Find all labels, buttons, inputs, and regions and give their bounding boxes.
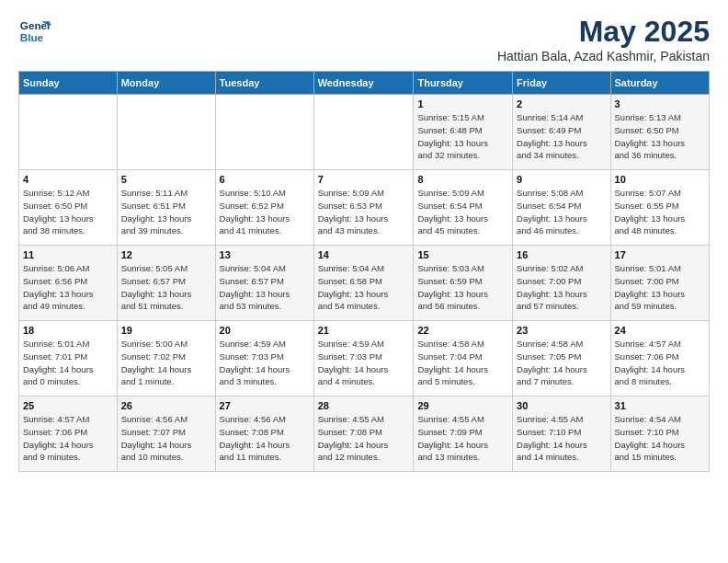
day-number: 22 xyxy=(417,325,508,336)
header-monday: Monday xyxy=(117,72,215,95)
cell-week4-day1: 19Sunrise: 5:00 AM Sunset: 7:02 PM Dayli… xyxy=(117,321,215,396)
cell-week4-day6: 24Sunrise: 4:57 AM Sunset: 7:06 PM Dayli… xyxy=(610,321,709,396)
day-info: Sunrise: 5:14 AM Sunset: 6:49 PM Dayligh… xyxy=(517,111,606,162)
day-number: 15 xyxy=(417,249,508,260)
cell-week3-day2: 13Sunrise: 5:04 AM Sunset: 6:57 PM Dayli… xyxy=(215,246,313,321)
day-number: 30 xyxy=(517,400,606,411)
cell-week1-day6: 3Sunrise: 5:13 AM Sunset: 6:50 PM Daylig… xyxy=(610,95,709,170)
day-number: 10 xyxy=(615,174,705,185)
cell-week1-day4: 1Sunrise: 5:15 AM Sunset: 6:48 PM Daylig… xyxy=(414,95,513,170)
cell-week2-day4: 8Sunrise: 5:09 AM Sunset: 6:54 PM Daylig… xyxy=(414,170,513,246)
day-number: 29 xyxy=(417,400,508,411)
day-number: 27 xyxy=(220,400,310,411)
day-number: 24 xyxy=(615,325,705,336)
day-info: Sunrise: 5:02 AM Sunset: 7:00 PM Dayligh… xyxy=(517,262,606,313)
day-number: 31 xyxy=(615,400,705,411)
calendar-table: SundayMondayTuesdayWednesdayThursdayFrid… xyxy=(18,71,710,472)
cell-week3-day3: 14Sunrise: 5:04 AM Sunset: 6:58 PM Dayli… xyxy=(313,246,414,321)
cell-week4-day5: 23Sunrise: 4:58 AM Sunset: 7:05 PM Dayli… xyxy=(513,321,610,396)
day-number: 12 xyxy=(121,249,211,260)
cell-week2-day6: 10Sunrise: 5:07 AM Sunset: 6:55 PM Dayli… xyxy=(610,170,709,246)
day-number: 25 xyxy=(23,400,113,411)
day-number: 28 xyxy=(318,400,410,411)
cell-week5-day6: 31Sunrise: 4:54 AM Sunset: 7:10 PM Dayli… xyxy=(610,396,709,472)
cell-week3-day1: 12Sunrise: 5:05 AM Sunset: 6:57 PM Dayli… xyxy=(117,246,215,321)
cell-week1-day3 xyxy=(313,95,414,170)
page-title: May 2025 xyxy=(497,15,710,49)
day-info: Sunrise: 4:55 AM Sunset: 7:08 PM Dayligh… xyxy=(318,413,410,464)
day-number: 20 xyxy=(220,325,310,336)
cell-week1-day1 xyxy=(117,95,215,170)
day-info: Sunrise: 5:05 AM Sunset: 6:57 PM Dayligh… xyxy=(121,262,211,313)
title-block: May 2025 Hattian Bala, Azad Kashmir, Pak… xyxy=(497,15,710,63)
day-info: Sunrise: 4:59 AM Sunset: 7:03 PM Dayligh… xyxy=(318,338,410,388)
header-sunday: Sunday xyxy=(19,72,118,95)
day-number: 21 xyxy=(318,325,410,336)
day-info: Sunrise: 5:04 AM Sunset: 6:57 PM Dayligh… xyxy=(220,262,310,313)
day-info: Sunrise: 4:59 AM Sunset: 7:03 PM Dayligh… xyxy=(220,338,310,388)
day-info: Sunrise: 5:09 AM Sunset: 6:53 PM Dayligh… xyxy=(318,187,410,237)
cell-week2-day5: 9Sunrise: 5:08 AM Sunset: 6:54 PM Daylig… xyxy=(513,170,610,246)
day-number: 7 xyxy=(318,174,410,185)
day-info: Sunrise: 5:11 AM Sunset: 6:51 PM Dayligh… xyxy=(121,187,211,237)
cell-week2-day3: 7Sunrise: 5:09 AM Sunset: 6:53 PM Daylig… xyxy=(313,170,414,246)
day-info: Sunrise: 5:12 AM Sunset: 6:50 PM Dayligh… xyxy=(23,187,113,237)
week-row-2: 4Sunrise: 5:12 AM Sunset: 6:50 PM Daylig… xyxy=(19,170,710,246)
day-info: Sunrise: 4:55 AM Sunset: 7:09 PM Dayligh… xyxy=(417,413,508,464)
day-info: Sunrise: 4:56 AM Sunset: 7:08 PM Dayligh… xyxy=(220,413,310,464)
day-info: Sunrise: 4:58 AM Sunset: 7:05 PM Dayligh… xyxy=(517,338,606,388)
day-number: 13 xyxy=(220,249,310,260)
day-number: 14 xyxy=(318,249,410,260)
day-info: Sunrise: 4:56 AM Sunset: 7:07 PM Dayligh… xyxy=(121,413,211,464)
day-info: Sunrise: 5:01 AM Sunset: 7:00 PM Dayligh… xyxy=(615,262,705,313)
cell-week4-day0: 18Sunrise: 5:01 AM Sunset: 7:01 PM Dayli… xyxy=(19,321,118,396)
cell-week5-day5: 30Sunrise: 4:55 AM Sunset: 7:10 PM Dayli… xyxy=(513,396,610,472)
week-row-5: 25Sunrise: 4:57 AM Sunset: 7:06 PM Dayli… xyxy=(19,396,710,472)
cell-week1-day0 xyxy=(19,95,118,170)
day-info: Sunrise: 5:08 AM Sunset: 6:54 PM Dayligh… xyxy=(517,187,606,237)
day-number: 17 xyxy=(615,249,705,260)
cell-week4-day4: 22Sunrise: 4:58 AM Sunset: 7:04 PM Dayli… xyxy=(414,321,513,396)
logo: General Blue xyxy=(18,15,51,48)
day-number: 9 xyxy=(517,174,606,185)
cell-week2-day0: 4Sunrise: 5:12 AM Sunset: 6:50 PM Daylig… xyxy=(19,170,118,246)
cell-week3-day4: 15Sunrise: 5:03 AM Sunset: 6:59 PM Dayli… xyxy=(414,246,513,321)
day-number: 26 xyxy=(121,400,211,411)
week-row-1: 1Sunrise: 5:15 AM Sunset: 6:48 PM Daylig… xyxy=(19,95,710,170)
header-tuesday: Tuesday xyxy=(215,72,313,95)
cell-week1-day2 xyxy=(215,95,313,170)
cell-week4-day2: 20Sunrise: 4:59 AM Sunset: 7:03 PM Dayli… xyxy=(215,321,313,396)
weekday-header-row: SundayMondayTuesdayWednesdayThursdayFrid… xyxy=(19,72,710,95)
header-thursday: Thursday xyxy=(414,72,513,95)
day-number: 2 xyxy=(517,98,606,109)
day-info: Sunrise: 5:03 AM Sunset: 6:59 PM Dayligh… xyxy=(417,262,508,313)
day-info: Sunrise: 4:55 AM Sunset: 7:10 PM Dayligh… xyxy=(517,413,606,464)
logo-icon: General Blue xyxy=(18,15,51,48)
day-number: 5 xyxy=(121,174,211,185)
day-info: Sunrise: 4:54 AM Sunset: 7:10 PM Dayligh… xyxy=(615,413,705,464)
day-number: 18 xyxy=(23,325,113,336)
cell-week4-day3: 21Sunrise: 4:59 AM Sunset: 7:03 PM Dayli… xyxy=(313,321,414,396)
day-info: Sunrise: 5:15 AM Sunset: 6:48 PM Dayligh… xyxy=(417,111,508,162)
cell-week3-day6: 17Sunrise: 5:01 AM Sunset: 7:00 PM Dayli… xyxy=(610,246,709,321)
header-friday: Friday xyxy=(513,72,610,95)
cell-week1-day5: 2Sunrise: 5:14 AM Sunset: 6:49 PM Daylig… xyxy=(513,95,610,170)
day-number: 16 xyxy=(517,249,606,260)
svg-text:Blue: Blue xyxy=(20,31,44,43)
day-info: Sunrise: 5:06 AM Sunset: 6:56 PM Dayligh… xyxy=(23,262,113,313)
week-row-3: 11Sunrise: 5:06 AM Sunset: 6:56 PM Dayli… xyxy=(19,246,710,321)
day-info: Sunrise: 5:01 AM Sunset: 7:01 PM Dayligh… xyxy=(23,338,113,388)
week-row-4: 18Sunrise: 5:01 AM Sunset: 7:01 PM Dayli… xyxy=(19,321,710,396)
cell-week5-day1: 26Sunrise: 4:56 AM Sunset: 7:07 PM Dayli… xyxy=(117,396,215,472)
cell-week2-day1: 5Sunrise: 5:11 AM Sunset: 6:51 PM Daylig… xyxy=(117,170,215,246)
day-number: 11 xyxy=(23,249,113,260)
page-subtitle: Hattian Bala, Azad Kashmir, Pakistan xyxy=(497,49,710,63)
day-number: 19 xyxy=(121,325,211,336)
day-info: Sunrise: 5:13 AM Sunset: 6:50 PM Dayligh… xyxy=(615,111,705,162)
page-header: General Blue May 2025 Hattian Bala, Azad… xyxy=(18,15,710,63)
day-info: Sunrise: 4:58 AM Sunset: 7:04 PM Dayligh… xyxy=(417,338,508,388)
day-info: Sunrise: 5:09 AM Sunset: 6:54 PM Dayligh… xyxy=(417,187,508,237)
day-info: Sunrise: 5:00 AM Sunset: 7:02 PM Dayligh… xyxy=(121,338,211,388)
cell-week5-day0: 25Sunrise: 4:57 AM Sunset: 7:06 PM Dayli… xyxy=(19,396,118,472)
day-info: Sunrise: 5:04 AM Sunset: 6:58 PM Dayligh… xyxy=(318,262,410,313)
